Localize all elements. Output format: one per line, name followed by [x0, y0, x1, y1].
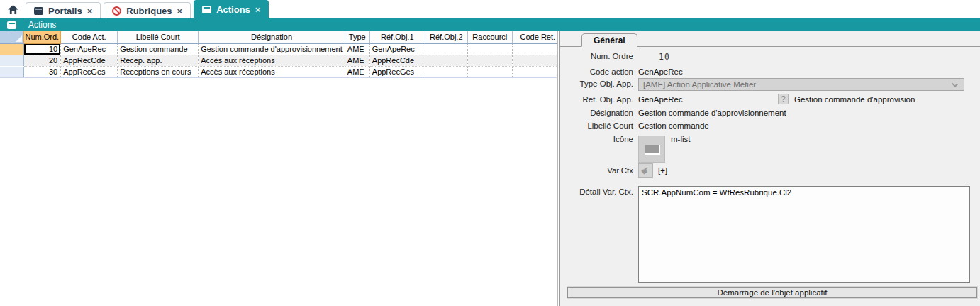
column-header-code-act[interactable]: Code Act.	[61, 31, 118, 43]
cell-code-ret[interactable]: 0	[512, 55, 563, 66]
cell-ref-obj-2[interactable]	[425, 55, 467, 66]
cell-type[interactable]: AME	[345, 66, 369, 77]
chevron-down-icon	[952, 81, 958, 87]
column-header-libelle-court[interactable]: Libellé Court	[118, 31, 199, 43]
cell-raccourci[interactable]	[467, 43, 512, 55]
help-icon[interactable]: ?	[778, 94, 789, 104]
select-all-corner[interactable]	[0, 31, 23, 43]
tab-strip: Portails × Rubriques × Actions ×	[0, 0, 980, 18]
row-selector[interactable]	[0, 43, 23, 55]
cell-code-ret[interactable]: 0	[512, 43, 563, 55]
cell-raccourci[interactable]	[467, 55, 512, 66]
cell-designation[interactable]: Gestion commande d'approvisionnement	[199, 43, 345, 55]
ref-obj-app-label: Ref. Obj. App.	[560, 95, 633, 104]
cell-libelle-court[interactable]: Receptions en cours	[118, 66, 199, 77]
cell-type[interactable]: AME	[345, 55, 369, 66]
var-ctx-edit-button[interactable]: ☛	[638, 163, 653, 178]
cell-num-ord[interactable]: 30	[23, 66, 61, 77]
cell-type[interactable]: AME	[345, 43, 369, 55]
num-ordre-label: Num. Ordre	[560, 52, 633, 60]
cell-designation[interactable]: Accès aux réceptions	[199, 66, 345, 77]
tab-label: Actions	[216, 4, 250, 15]
view-title: Actions	[28, 20, 56, 30]
num-ordre-value[interactable]: 10	[659, 52, 670, 62]
type-obj-app-select[interactable]: [AME] Action Applicative Métier	[638, 78, 964, 91]
cell-libelle-court[interactable]: Recep. app.	[118, 55, 199, 66]
icone-value: m-list	[671, 135, 690, 143]
column-header-num-ord[interactable]: Num.Ord.	[23, 31, 61, 43]
designation-label: Désignation	[560, 109, 633, 117]
column-header-ref-obj-2[interactable]: Réf.Obj.2	[425, 31, 467, 43]
cell-code-act[interactable]: AppRecGes	[61, 66, 118, 77]
type-obj-app-label: Type Obj. App.	[560, 80, 633, 88]
column-header-type[interactable]: Type	[345, 31, 369, 43]
view-header: Actions	[0, 18, 980, 31]
window-icon	[34, 7, 43, 15]
home-icon	[8, 5, 18, 14]
ref-obj-app-description: Gestion commande d'approvision	[794, 95, 915, 104]
cell-ref-obj-2[interactable]	[425, 43, 467, 55]
libelle-court-value[interactable]: Gestion commande	[638, 121, 709, 130]
cell-ref-obj-1[interactable]: AppRecCde	[369, 55, 425, 66]
ref-obj-app-value[interactable]: GenApeRec	[638, 95, 683, 104]
row-selector[interactable]	[0, 55, 23, 66]
cell-code-act[interactable]: GenApeRec	[61, 43, 118, 55]
table-header-row: Num.Ord. Code Act. Libellé Court Désigna…	[0, 31, 563, 43]
tab-actions[interactable]: Actions ×	[194, 0, 269, 18]
actions-table: Num.Ord. Code Act. Libellé Court Désigna…	[0, 31, 564, 78]
column-header-raccourci[interactable]: Raccourci	[467, 31, 512, 43]
cell-libelle-court[interactable]: Gestion commande	[118, 43, 199, 55]
icon-picker-button[interactable]	[638, 136, 665, 163]
tab-general[interactable]: Général	[581, 33, 637, 47]
detail-panel: Général Num. Ordre 10 Code action GenApe…	[560, 31, 980, 306]
code-action-value[interactable]: GenApeRec	[638, 67, 683, 76]
detail-var-ctx-label: Détail Var. Ctx.	[560, 187, 633, 196]
demarrage-button[interactable]: Démarrage de l'objet applicatif	[567, 287, 977, 298]
cell-code-ret[interactable]: 0	[512, 66, 563, 77]
window-icon	[202, 6, 211, 13]
table-row[interactable]: 10 GenApeRec Gestion commande Gestion co…	[0, 43, 563, 55]
cell-num-ord[interactable]: 20	[23, 55, 61, 66]
var-ctx-add[interactable]: [+]	[658, 166, 667, 175]
cell-raccourci[interactable]	[467, 66, 512, 77]
column-header-ref-obj-1[interactable]: Réf.Obj.1	[369, 31, 425, 43]
prohibition-icon	[112, 6, 121, 16]
designation-value[interactable]: Gestion commande d'approvisionnement	[638, 109, 786, 117]
column-header-designation[interactable]: Désignation	[199, 31, 345, 43]
tab-label: Rubriques	[126, 6, 172, 16]
column-header-code-ret[interactable]: Code Ret.	[512, 31, 563, 43]
close-icon[interactable]: ×	[255, 4, 261, 15]
close-icon[interactable]: ×	[87, 6, 93, 16]
cell-ref-obj-1[interactable]: AppRecGes	[369, 66, 425, 77]
cell-num-ord[interactable]: 10	[23, 43, 61, 55]
libelle-court-label: Libellé Court	[560, 121, 633, 130]
cell-ref-obj-2[interactable]	[425, 66, 467, 77]
table-row[interactable]: 30 AppRecGes Receptions en cours Accès a…	[0, 66, 563, 77]
detail-var-ctx-textarea[interactable]: SCR.AppNumCom = WfResRubrique.Cl2	[638, 186, 970, 283]
tab-rubriques[interactable]: Rubriques ×	[104, 2, 191, 18]
cell-ref-obj-1[interactable]: GenApeRec	[369, 43, 425, 55]
var-ctx-label: Var.Ctx	[560, 166, 633, 175]
table-bottom-border	[0, 77, 557, 78]
home-button[interactable]	[0, 0, 26, 18]
window-icon	[7, 21, 16, 29]
cell-designation[interactable]: Accès aux réceptions	[199, 55, 345, 66]
table-row[interactable]: 20 AppRecCde Recep. app. Accès aux récep…	[0, 55, 563, 66]
code-action-label: Code action	[560, 67, 633, 76]
hand-icon: ☛	[638, 163, 653, 179]
icone-label: Icône	[560, 135, 633, 143]
tab-label: Portails	[48, 6, 82, 16]
close-icon[interactable]: ×	[177, 6, 183, 16]
row-selector[interactable]	[0, 66, 23, 77]
cell-code-act[interactable]: AppRecCde	[61, 55, 118, 66]
tab-portails[interactable]: Portails ×	[26, 2, 101, 18]
